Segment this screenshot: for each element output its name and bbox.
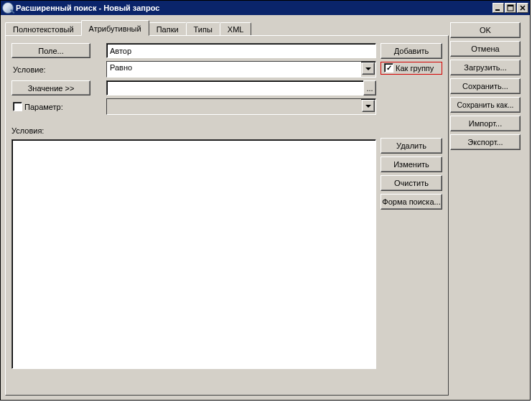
- app-search-icon: [2, 2, 14, 14]
- value-browse-button[interactable]: ...: [363, 80, 376, 95]
- minimize-button[interactable]: [493, 3, 504, 13]
- parameter-combo[interactable]: [106, 98, 376, 115]
- svg-rect-0: [495, 9, 500, 11]
- conditions-label: Условия:: [11, 126, 442, 135]
- export-button[interactable]: Экспорт...: [450, 134, 521, 150]
- as-group-checkbox[interactable]: [384, 63, 393, 73]
- add-button[interactable]: Добавить: [381, 43, 442, 59]
- tab-bar: Полнотекстовый Атрибутивный Папки Типы X…: [5, 19, 449, 35]
- condition-combo[interactable]: Равно: [106, 61, 376, 78]
- saveas-button[interactable]: Сохранить как...: [450, 97, 521, 113]
- window: Расширенный поиск - Новый запрос Полноте…: [0, 0, 531, 401]
- tab-types[interactable]: Типы: [186, 22, 220, 35]
- edit-button[interactable]: Изменить: [381, 156, 442, 172]
- close-button[interactable]: [517, 3, 528, 13]
- delete-button[interactable]: Удалить: [381, 138, 442, 154]
- conditions-list[interactable]: [11, 139, 376, 369]
- right-buttons: OK Отмена Загрузить... Сохранить... Сохр…: [449, 19, 521, 396]
- maximize-button[interactable]: [505, 3, 516, 13]
- ok-button[interactable]: OK: [450, 22, 521, 38]
- condition-label: Условие:: [11, 62, 90, 77]
- highlight-box: Как группу: [381, 62, 442, 75]
- condition-value: Равно: [107, 62, 361, 77]
- tab-xml[interactable]: XML: [220, 22, 252, 35]
- tab-page-attribute: Поле... Условие: Равно: [5, 35, 449, 396]
- tab-attribute[interactable]: Атрибутивный: [81, 20, 149, 36]
- client-area: Полнотекстовый Атрибутивный Папки Типы X…: [1, 15, 530, 400]
- cancel-button[interactable]: Отмена: [450, 41, 521, 57]
- import-button[interactable]: Импорт...: [450, 116, 521, 131]
- as-group-wrap[interactable]: Как группу: [383, 63, 440, 73]
- titlebar: Расширенный поиск - Новый запрос: [1, 1, 530, 15]
- parameter-value: [107, 99, 361, 114]
- chevron-down-icon[interactable]: [362, 62, 375, 75]
- field-button[interactable]: Поле...: [11, 43, 90, 58]
- svg-rect-2: [508, 5, 513, 6]
- parameter-checkbox-wrap[interactable]: Параметр:: [11, 102, 63, 111]
- add-panel: Добавить Как группу: [381, 43, 442, 118]
- parameter-label: Параметр:: [24, 103, 63, 111]
- load-button[interactable]: Загрузить...: [450, 60, 521, 75]
- conditions-side-buttons: Удалить Изменить Очистить Форма поиска..…: [381, 135, 442, 369]
- value-button[interactable]: Значение >>: [11, 80, 90, 95]
- window-buttons: [493, 3, 528, 13]
- tab-fulltext[interactable]: Полнотекстовый: [5, 22, 82, 35]
- left-panel: Полнотекстовый Атрибутивный Папки Типы X…: [5, 19, 449, 396]
- value-input[interactable]: [106, 80, 363, 95]
- window-title: Расширенный поиск - Новый запрос: [16, 4, 493, 12]
- save-button[interactable]: Сохранить...: [450, 78, 521, 94]
- as-group-label: Как группу: [396, 64, 434, 73]
- tab-folders[interactable]: Папки: [149, 22, 187, 35]
- clear-button[interactable]: Очистить: [381, 175, 442, 191]
- field-input[interactable]: [106, 43, 376, 58]
- search-form-button[interactable]: Форма поиска...: [381, 194, 442, 210]
- parameter-checkbox[interactable]: [13, 102, 22, 111]
- chevron-down-icon[interactable]: [362, 100, 375, 112]
